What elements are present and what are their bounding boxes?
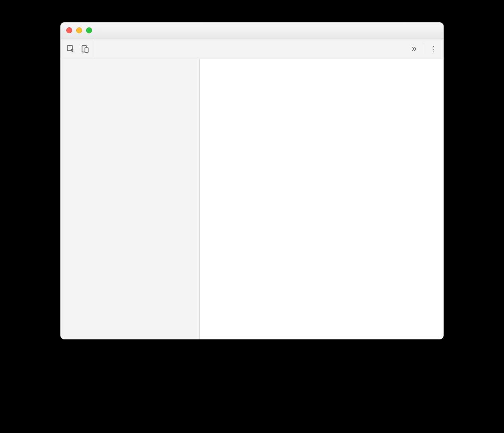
titlebar [61, 23, 443, 38]
window-controls [66, 27, 92, 33]
minimize-window-button[interactable] [76, 27, 82, 33]
devtools-toolbar: » ⋮ [61, 38, 443, 59]
settings-menu-icon[interactable]: ⋮ [427, 44, 440, 54]
clear-storage-pane [200, 59, 443, 339]
more-tabs-icon[interactable]: » [408, 44, 421, 54]
inspect-element-icon[interactable] [66, 44, 75, 53]
zoom-window-button[interactable] [86, 27, 92, 33]
device-toolbar-icon[interactable] [81, 44, 89, 53]
divider [424, 44, 424, 54]
svg-rect-2 [85, 48, 88, 52]
application-sidebar [61, 59, 200, 339]
devtools-window: » ⋮ [60, 22, 444, 339]
close-window-button[interactable] [66, 27, 72, 33]
panel-tabs [95, 38, 101, 59]
